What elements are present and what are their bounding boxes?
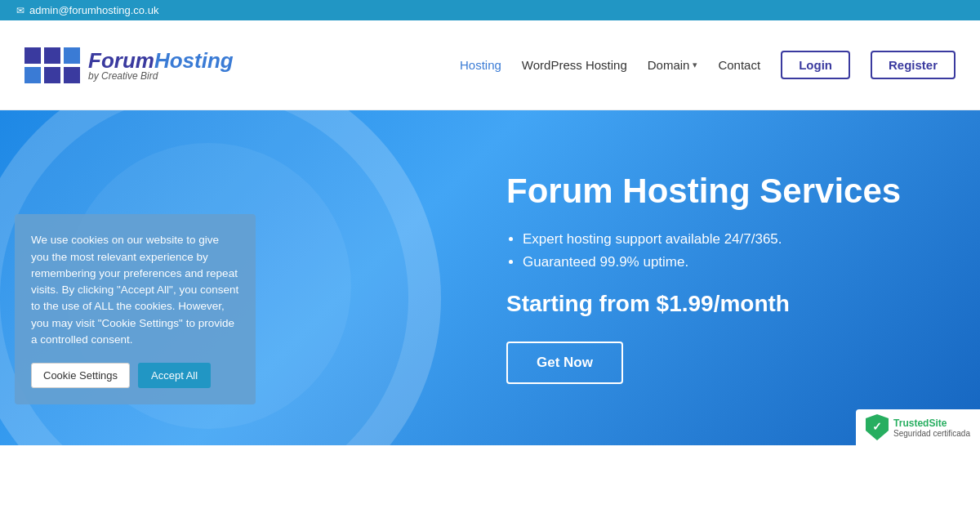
logo-block-2 — [44, 47, 60, 64]
trusted-badge: ✓ TrustedSite Seguridad certificada — [856, 409, 980, 445]
hero-feature-1: Expert hosting support available 24/7/36… — [523, 231, 901, 248]
cookie-buttons: Cookie Settings Accept All — [31, 363, 239, 388]
nav-wordpress-hosting[interactable]: WordPress Hosting — [522, 58, 627, 72]
hero-feature-2: Guaranteed 99.9% uptime. — [523, 254, 901, 270]
trusted-shield-icon: ✓ — [866, 414, 889, 440]
logo-text: Forum Hosting by Creative Bird — [88, 48, 234, 82]
trusted-sublabel: Seguridad certificada — [893, 429, 970, 438]
register-button[interactable]: Register — [871, 51, 956, 79]
email-icon: ✉ — [16, 5, 24, 16]
logo-block-3 — [64, 47, 80, 64]
accept-all-button[interactable]: Accept All — [138, 363, 211, 388]
nav-contact[interactable]: Contact — [718, 58, 760, 72]
cookie-message: We use cookies on our website to give yo… — [31, 232, 239, 348]
svg-text:✓: ✓ — [872, 420, 882, 433]
hero-features: Expert hosting support available 24/7/36… — [506, 231, 901, 270]
hero-title: Forum Hosting Services — [506, 172, 901, 211]
logo-block-4 — [24, 67, 41, 83]
main-nav: Hosting WordPress Hosting Domain ▾ Conta… — [460, 51, 956, 79]
nav-domain[interactable]: Domain ▾ — [648, 58, 698, 72]
trusted-label: TrustedSite — [893, 418, 970, 429]
chevron-down-icon: ▾ — [693, 60, 697, 70]
get-now-button[interactable]: Get Now — [506, 342, 623, 384]
admin-email: admin@forumhosting.co.uk — [29, 4, 158, 16]
hero-price: Starting from $1.99/month — [506, 291, 901, 317]
logo-tagline: by Creative Bird — [88, 70, 234, 82]
cookie-settings-button[interactable]: Cookie Settings — [31, 363, 130, 388]
logo-block-5 — [44, 67, 60, 83]
logo-block-1 — [24, 47, 41, 64]
logo: Forum Hosting by Creative Bird — [24, 47, 234, 83]
logo-icon — [24, 47, 80, 83]
header: Forum Hosting by Creative Bird Hosting W… — [0, 20, 980, 110]
top-bar: ✉ admin@forumhosting.co.uk — [0, 0, 980, 20]
hero-section: Forum Hosting Services Expert hosting su… — [0, 110, 980, 445]
hero-content: Forum Hosting Services Expert hosting su… — [506, 172, 901, 384]
cookie-banner: We use cookies on our website to give yo… — [15, 214, 256, 404]
login-button[interactable]: Login — [781, 51, 850, 79]
logo-block-6 — [64, 67, 80, 83]
nav-hosting[interactable]: Hosting — [460, 58, 501, 72]
